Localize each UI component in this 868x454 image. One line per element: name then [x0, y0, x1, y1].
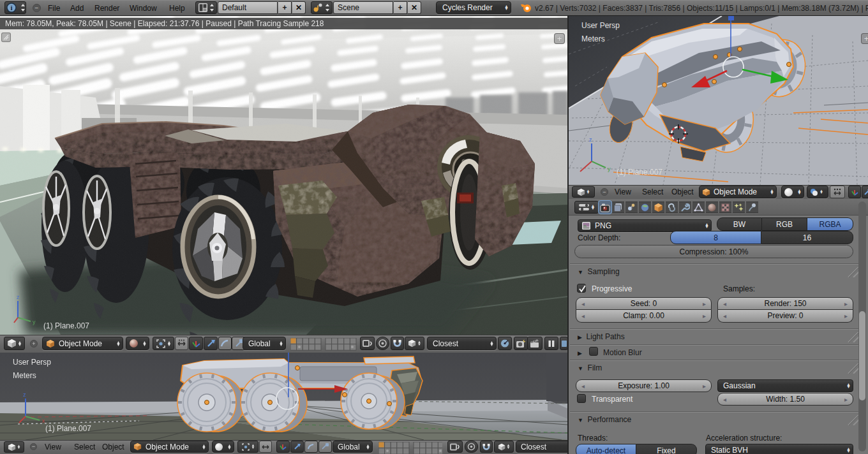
svg-text:y: y: [608, 166, 611, 172]
svg-text:z: z: [589, 136, 592, 143]
svg-text:z: z: [17, 294, 20, 300]
svg-text:z: z: [23, 392, 26, 398]
svg-text:y: y: [33, 319, 36, 325]
svg-text:i: i: [10, 4, 12, 11]
svg-text:x: x: [42, 418, 45, 424]
